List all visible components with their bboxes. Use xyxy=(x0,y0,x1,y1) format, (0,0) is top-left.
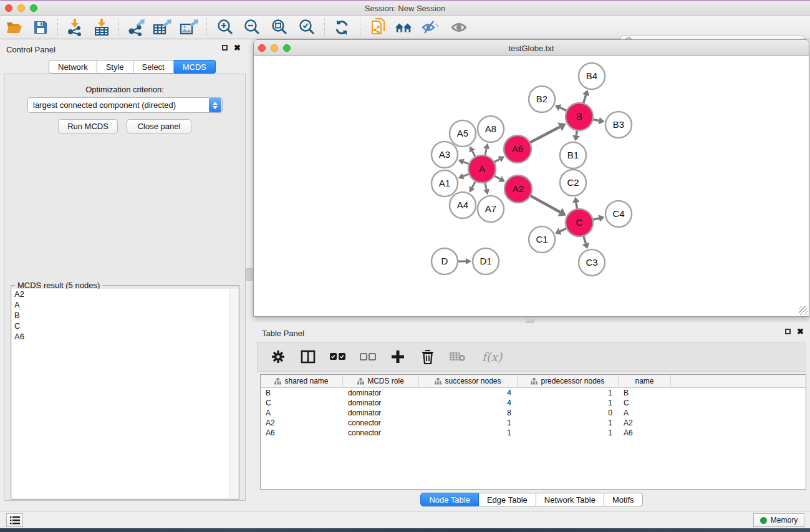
edge-A-A2[interactable] xyxy=(494,176,500,179)
table-cell[interactable]: 1 xyxy=(518,418,619,428)
deselect-all-columns-icon[interactable] xyxy=(360,349,376,365)
edge-A-A8[interactable] xyxy=(485,148,486,155)
table-row[interactable]: Adominator80A xyxy=(261,408,806,418)
zoom-fit-icon[interactable] xyxy=(270,19,289,36)
column-header-MCDS-role[interactable]: MCDS role xyxy=(343,375,419,387)
edge-A-A6[interactable] xyxy=(494,159,499,162)
edge-C-C4[interactable] xyxy=(592,218,599,220)
tab-network-table[interactable]: Network Table xyxy=(536,493,604,506)
edge-B-B3[interactable] xyxy=(593,119,599,120)
column-header-successor-nodes[interactable]: successor nodes xyxy=(419,375,518,387)
table-cell[interactable]: 1 xyxy=(419,418,518,428)
table-cell[interactable]: 1 xyxy=(518,388,619,398)
split-view-icon[interactable] xyxy=(300,349,316,365)
edge-C-C2[interactable] xyxy=(576,203,577,210)
table-cell[interactable]: B xyxy=(619,388,671,398)
edge-B-B1[interactable] xyxy=(576,130,577,136)
edge-A6-B[interactable] xyxy=(529,127,559,142)
hide-selected-icon[interactable] xyxy=(421,19,440,36)
tab-style[interactable]: Style xyxy=(97,60,133,74)
table-cell[interactable]: 0 xyxy=(518,408,619,418)
settings-icon[interactable] xyxy=(270,349,286,365)
table-cell[interactable]: A6 xyxy=(261,428,343,438)
edge-B-B4[interactable] xyxy=(583,95,586,104)
close-panel-button[interactable]: Close panel xyxy=(127,119,191,133)
save-session-icon[interactable] xyxy=(31,19,50,36)
table-row[interactable]: Cdominator41C xyxy=(261,398,806,408)
select-all-columns-icon[interactable] xyxy=(330,349,346,365)
export-image-icon[interactable] xyxy=(180,19,198,36)
edge-A-A4[interactable] xyxy=(472,181,476,187)
result-list-item[interactable]: B xyxy=(12,310,229,321)
export-network-icon[interactable] xyxy=(127,19,145,36)
column-header-name[interactable]: name xyxy=(619,375,671,387)
result-list-item[interactable]: A2 xyxy=(12,289,229,299)
run-mcds-button[interactable]: Run MCDS xyxy=(58,119,118,133)
task-history-button[interactable] xyxy=(6,513,23,527)
table-cell[interactable]: dominator xyxy=(343,388,419,398)
table-cell[interactable]: 1 xyxy=(419,428,518,438)
vertical-split-grip[interactable] xyxy=(246,268,253,281)
edge-A-A1[interactable] xyxy=(463,174,470,177)
window-resize-grip[interactable] xyxy=(799,306,808,315)
zoom-selected-icon[interactable] xyxy=(297,19,316,36)
table-cell[interactable]: A2 xyxy=(619,418,671,428)
float-panel-icon[interactable] xyxy=(785,329,791,334)
result-list-item[interactable]: A6 xyxy=(12,331,229,342)
first-neighbors-icon[interactable] xyxy=(394,19,413,36)
column-header-shared-name[interactable]: shared name xyxy=(261,375,343,387)
mcds-result-list[interactable]: A2ABCA6 xyxy=(12,289,229,498)
table-cell[interactable]: 8 xyxy=(419,408,518,418)
delete-table-icon[interactable] xyxy=(450,349,466,365)
edge-B-B2[interactable] xyxy=(560,108,567,111)
table-cell[interactable]: C xyxy=(261,398,343,408)
tab-select[interactable]: Select xyxy=(133,60,174,74)
edge-A-A7[interactable] xyxy=(485,182,486,189)
edge-C-C3[interactable] xyxy=(584,236,586,243)
function-builder-icon[interactable]: f(x) xyxy=(480,349,504,365)
export-table-icon[interactable] xyxy=(153,19,171,36)
result-list-item[interactable]: C xyxy=(12,321,229,331)
delete-column-icon[interactable] xyxy=(420,349,436,365)
zoom-out-icon[interactable] xyxy=(243,19,261,36)
table-cell[interactable]: A6 xyxy=(619,428,671,438)
show-all-icon[interactable] xyxy=(450,19,468,36)
table-cell[interactable]: C xyxy=(619,398,671,408)
table-cell[interactable]: A xyxy=(261,408,343,418)
edge-A-A5[interactable] xyxy=(472,151,475,157)
criterion-select[interactable]: largest connected component (directed) xyxy=(27,97,223,113)
tab-edge-table[interactable]: Edge Table xyxy=(479,493,536,506)
result-list-item[interactable]: A xyxy=(12,299,229,310)
table-cell[interactable]: B xyxy=(261,388,343,398)
table-cell[interactable]: connector xyxy=(343,418,419,428)
table-row[interactable]: A2connector11A2 xyxy=(261,418,806,428)
horizontal-split-grip[interactable] xyxy=(526,317,534,323)
float-panel-icon[interactable] xyxy=(222,45,228,51)
table-cell[interactable]: 4 xyxy=(419,398,518,408)
add-column-icon[interactable] xyxy=(390,349,406,365)
network-graph-canvas[interactable]: B4B2BB3A5A8A6B1A3AA1A2C2A4A7CC4C1C3DD1 xyxy=(254,57,809,317)
import-table-icon[interactable] xyxy=(92,19,111,36)
table-cell[interactable]: connector xyxy=(343,428,419,438)
tab-motifs[interactable]: Motifs xyxy=(604,493,643,506)
table-cell[interactable]: 4 xyxy=(419,388,518,398)
refresh-layout-icon[interactable] xyxy=(332,19,351,36)
close-panel-icon[interactable]: ✖ xyxy=(797,328,804,335)
table-cell[interactable]: dominator xyxy=(343,408,419,418)
combo-stepper-icon[interactable] xyxy=(209,98,221,112)
tab-node-table[interactable]: Node Table xyxy=(420,493,479,506)
table-row[interactable]: Bdominator41B xyxy=(261,388,806,398)
edge-C-C1[interactable] xyxy=(560,228,567,231)
edge-A-A3[interactable] xyxy=(463,162,470,164)
close-panel-icon[interactable]: ✖ xyxy=(234,44,241,51)
result-list-scrollbar[interactable] xyxy=(229,289,238,498)
table-cell[interactable]: dominator xyxy=(343,398,419,408)
table-row[interactable]: A6connector11A6 xyxy=(261,428,806,438)
table-cell[interactable]: A2 xyxy=(261,418,343,428)
column-header-predecessor-nodes[interactable]: predecessor nodes xyxy=(518,375,619,387)
tab-network[interactable]: Network xyxy=(49,60,97,74)
zoom-in-icon[interactable] xyxy=(216,19,234,36)
memory-button[interactable]: Memory xyxy=(753,513,804,527)
tab-mcds[interactable]: MCDS xyxy=(174,60,216,74)
table-cell[interactable]: A xyxy=(619,408,671,418)
